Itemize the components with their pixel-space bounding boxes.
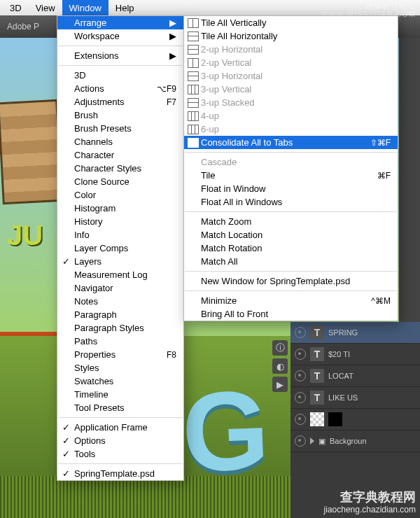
menu-item-label: Swatches: [74, 376, 113, 386]
visibility-eye-icon[interactable]: [295, 392, 306, 403]
menu-separator: [58, 417, 183, 418]
layer-row[interactable]: T$20 TI: [290, 344, 420, 365]
layer-name[interactable]: LIKE US: [328, 393, 358, 402]
menu-item-workspace[interactable]: Workspace▶: [57, 29, 183, 43]
menu-item-label: 3-up Horizontal: [201, 71, 262, 81]
menu-item-label: 3-up Stacked: [201, 97, 255, 108]
layer-row[interactable]: TLOCAT: [290, 365, 420, 387]
menu-item-match-rotation[interactable]: Match Rotation: [184, 241, 398, 255]
menu-item-styles[interactable]: Styles: [57, 361, 183, 374]
menu-help[interactable]: Help: [108, 0, 141, 15]
menu-item-arrange[interactable]: Arrange▶: [57, 16, 183, 29]
menu-item-paragraph-styles[interactable]: Paragraph Styles: [57, 321, 183, 335]
menu-item-options[interactable]: Options: [57, 434, 183, 447]
visibility-eye-icon[interactable]: [295, 414, 306, 425]
menu-item-tool-presets[interactable]: Tool Presets: [57, 401, 183, 414]
text-layer-icon: T: [310, 347, 324, 361]
menu-item-minimize[interactable]: Minimize^⌘M: [184, 294, 398, 307]
menu-item-match-location[interactable]: Match Location: [184, 228, 398, 241]
menu-item-layers[interactable]: Layers: [57, 255, 183, 268]
menu-item-label: Match Zoom: [201, 216, 251, 227]
menu-item-channels[interactable]: Channels: [57, 135, 183, 148]
menu-item-tile-all-vertically[interactable]: Tile All Vertically: [184, 16, 398, 29]
menu-item-match-zoom[interactable]: Match Zoom: [184, 215, 398, 228]
menu-item-color[interactable]: Color: [57, 188, 183, 202]
menu-item-timeline[interactable]: Timeline: [57, 388, 183, 401]
menu-item-label: Cascade: [201, 157, 237, 167]
menu-window[interactable]: Window: [62, 0, 108, 15]
layer-name[interactable]: SPRING: [328, 328, 358, 337]
menu-item-consolidate-all-to-tabs[interactable]: Consolidate All to Tabs⇧⌘F: [184, 136, 398, 149]
watermark-bottom: 查字典教程网jiaocheng.chazidian.com: [324, 491, 416, 515]
menu-item-paragraph[interactable]: Paragraph: [57, 308, 183, 321]
menu-item-3d[interactable]: 3D: [57, 69, 183, 82]
disclosure-triangle-icon[interactable]: [310, 438, 314, 444]
layer-name[interactable]: LOCAT: [328, 372, 354, 380]
layout-icon: [188, 138, 199, 148]
menu-item-springtemplate-psd[interactable]: SpringTemplate.psd: [57, 467, 183, 480]
menu-item-label: Brush Presets: [74, 123, 132, 134]
layout-icon: [188, 31, 199, 41]
menu-item-extensions[interactable]: Extensions▶: [57, 49, 183, 62]
menu-item-navigator[interactable]: Navigator: [57, 281, 183, 295]
menu-item-bring-all-to-front[interactable]: Bring All to Front: [184, 307, 398, 321]
menu-item-label: Channels: [74, 136, 113, 147]
menu-item-adjustments[interactable]: AdjustmentsF7: [57, 95, 183, 108]
menu-item-layer-comps[interactable]: Layer Comps: [57, 241, 183, 255]
menu-item-properties[interactable]: PropertiesF8: [57, 348, 183, 361]
menu-view[interactable]: View: [29, 0, 62, 15]
menu-item-clone-source[interactable]: Clone Source: [57, 175, 183, 188]
menu-item-new-window-for-springtemplate-psd[interactable]: New Window for SpringTemplate.psd: [184, 274, 398, 288]
menu-separator: [185, 152, 397, 153]
play-icon[interactable]: ▶: [272, 377, 288, 392]
layer-name[interactable]: Backgroun: [330, 437, 367, 445]
menu-item-actions[interactable]: Actions⌥F9: [57, 82, 183, 95]
visibility-eye-icon[interactable]: [295, 435, 306, 447]
visibility-eye-icon[interactable]: [295, 370, 306, 382]
info-icon[interactable]: ⓘ: [272, 340, 288, 356]
layer-row[interactable]: TLIKE US: [290, 387, 420, 409]
menu-item-application-frame[interactable]: Application Frame: [57, 421, 183, 434]
menu-3d[interactable]: 3D: [3, 0, 29, 15]
menu-item-label: Layers: [74, 256, 102, 267]
layer-row[interactable]: ▣Backgroun: [290, 430, 420, 452]
layer-name[interactable]: $20 TI: [328, 350, 350, 358]
layout-icon: [188, 85, 199, 94]
menu-item-tile-all-horizontally[interactable]: Tile All Horizontally: [184, 29, 398, 43]
submenu-arrow-icon: ▶: [169, 31, 176, 41]
menu-item-label: Application Frame: [74, 422, 148, 433]
menu-item-measurement-log[interactable]: Measurement Log: [57, 268, 183, 281]
menu-item-float-all-in-windows[interactable]: Float All in Windows: [184, 195, 398, 209]
menu-item-label: Float All in Windows: [201, 197, 282, 207]
menu-shortcut: F8: [167, 350, 176, 360]
menu-item-brush[interactable]: Brush: [57, 108, 183, 122]
submenu-arrow-icon: ▶: [169, 18, 176, 28]
menu-item-notes[interactable]: Notes: [57, 295, 183, 308]
layer-row[interactable]: TSPRING: [290, 322, 420, 344]
menu-item-float-in-window[interactable]: Float in Window: [184, 182, 398, 195]
menu-shortcut: ⌥F9: [157, 84, 176, 94]
adjustments-icon[interactable]: ◐: [272, 358, 288, 374]
visibility-eye-icon[interactable]: [295, 349, 306, 360]
menu-item-label: Tile: [201, 170, 215, 181]
menu-item-info[interactable]: Info: [57, 228, 183, 241]
menu-item-brush-presets[interactable]: Brush Presets: [57, 122, 183, 135]
menu-item-match-all[interactable]: Match All: [184, 255, 398, 268]
menu-item-swatches[interactable]: Swatches: [57, 374, 183, 388]
menu-item-history[interactable]: History: [57, 215, 183, 228]
menu-item-tile[interactable]: Tile⌘F: [184, 169, 398, 182]
menu-item-character-styles[interactable]: Character Styles: [57, 162, 183, 175]
menu-item-character[interactable]: Character: [57, 148, 183, 162]
layer-row[interactable]: [290, 409, 420, 430]
menu-item-histogram[interactable]: Histogram: [57, 202, 183, 215]
menu-item-label: Options: [74, 435, 106, 446]
menu-separator: [185, 211, 397, 212]
menu-item-2-up-horizontal: 2-up Horizontal: [184, 43, 398, 56]
menu-item-tools[interactable]: Tools: [57, 447, 183, 461]
menu-shortcut: ⌘F: [377, 171, 391, 181]
menu-item-label: Info: [74, 230, 90, 240]
visibility-eye-icon[interactable]: [295, 327, 306, 338]
menu-item-label: Tools: [74, 449, 95, 459]
menu-shortcut: ^⌘M: [371, 296, 391, 306]
menu-item-paths[interactable]: Paths: [57, 335, 183, 348]
